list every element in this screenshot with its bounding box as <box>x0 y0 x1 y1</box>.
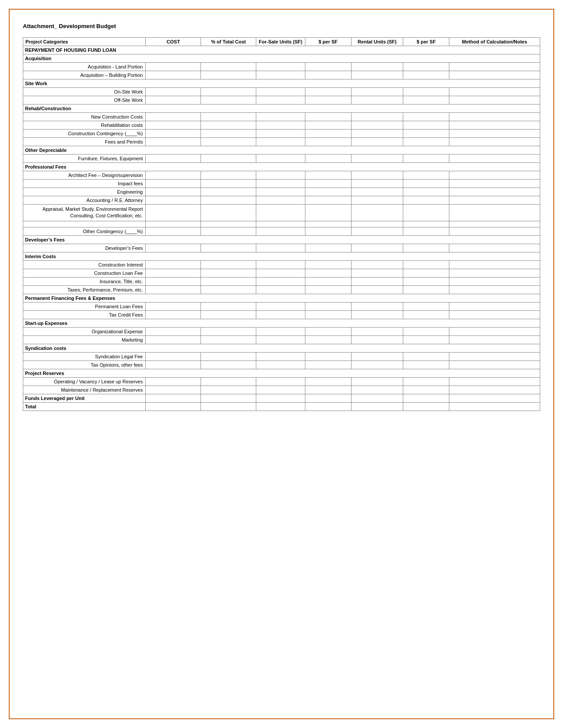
row-label: Furniture, Fixtures, Equipment <box>23 155 146 163</box>
table-cell <box>256 394 305 402</box>
table-cell <box>146 63 201 71</box>
table-cell <box>305 386 351 394</box>
table-cell <box>201 180 256 188</box>
table-cell <box>305 88 351 96</box>
table-cell <box>146 394 201 402</box>
table-cell <box>256 386 305 394</box>
table-cell <box>403 88 449 96</box>
section-header: Permanent Financing Fees & Expenses <box>23 294 540 302</box>
table-cell <box>256 310 305 319</box>
table-cell <box>449 121 540 130</box>
table-cell <box>449 196 540 205</box>
table-cell <box>146 386 201 394</box>
table-cell <box>256 227 305 235</box>
table-cell <box>403 71 449 79</box>
table-cell <box>256 130 305 138</box>
table-cell <box>351 310 403 319</box>
section-header: Site Work <box>23 79 540 88</box>
table-cell <box>305 327 351 335</box>
table-cell <box>449 360 540 369</box>
table-cell <box>305 402 351 411</box>
table-cell <box>305 113 351 121</box>
section-header: Rehab/Construction <box>23 105 540 113</box>
table-cell <box>449 352 540 360</box>
section-header: Developer’s Fees <box>23 235 540 244</box>
table-cell <box>449 113 540 121</box>
row-label: Developer’s Fees <box>23 244 146 252</box>
header-rental-units: Rental Units (SF) <box>351 38 403 46</box>
table-cell <box>403 386 449 394</box>
table-cell <box>351 88 403 96</box>
table-cell <box>146 260 201 269</box>
table-cell <box>146 121 201 130</box>
table-cell <box>305 377 351 386</box>
table-cell <box>201 402 256 411</box>
table-cell <box>256 138 305 146</box>
table-cell <box>403 130 449 138</box>
row-label: Other Contingency (____%) <box>23 227 146 235</box>
table-cell <box>201 96 256 105</box>
table-cell <box>146 130 201 138</box>
table-cell <box>403 227 449 235</box>
table-cell <box>146 113 201 121</box>
table-cell <box>351 402 403 411</box>
table-cell <box>449 335 540 344</box>
header-project-categories: Project Categories <box>23 38 146 46</box>
header-pct-total-cost: % of Total Cost <box>201 38 256 46</box>
row-label: Construction Loan Fee <box>23 269 146 277</box>
table-cell <box>403 335 449 344</box>
table-cell <box>146 277 201 285</box>
table-cell <box>403 269 449 277</box>
table-cell <box>449 171 540 180</box>
table-cell <box>305 188 351 196</box>
row-label: Fees and Permits <box>23 138 146 146</box>
section-header: Other Depreciable <box>23 146 540 155</box>
row-label: Engineering <box>23 188 146 196</box>
empty-cell <box>403 221 449 227</box>
table-cell <box>403 63 449 71</box>
section-header: Acquisition <box>23 54 540 63</box>
header-per-sf-1: $ per SF <box>305 38 351 46</box>
table-cell <box>449 205 540 221</box>
table-cell <box>201 269 256 277</box>
row-label: Accounting / R.E. Attorney <box>23 196 146 205</box>
table-cell <box>403 310 449 319</box>
table-cell <box>351 130 403 138</box>
empty-cell <box>146 221 201 227</box>
table-cell <box>146 205 201 221</box>
page: Attachment_ Development Budget Project C… <box>9 9 554 719</box>
empty-cell <box>201 221 256 227</box>
table-cell <box>449 260 540 269</box>
table-cell <box>201 260 256 269</box>
table-cell <box>403 285 449 294</box>
table-cell <box>403 96 449 105</box>
section-header: REPAYMENT OF HOUSING FUND LOAN <box>23 46 540 54</box>
table-cell <box>403 277 449 285</box>
table-cell <box>351 121 403 130</box>
row-label: Acquisition – Building Portion <box>23 71 146 79</box>
table-cell <box>449 71 540 79</box>
table-cell <box>449 88 540 96</box>
section-header: Syndication costs <box>23 344 540 352</box>
row-label: Insurance, Title, etc. <box>23 277 146 285</box>
table-cell <box>351 302 403 310</box>
table-cell <box>351 269 403 277</box>
row-label: Impact fees <box>23 180 146 188</box>
row-label: On-Site Work <box>23 88 146 96</box>
table-cell <box>201 310 256 319</box>
table-cell <box>449 377 540 386</box>
table-cell <box>449 155 540 163</box>
table-cell <box>256 269 305 277</box>
table-cell <box>351 360 403 369</box>
table-cell <box>256 352 305 360</box>
header-method: Method of Calculation/Notes <box>449 38 540 46</box>
table-cell <box>201 71 256 79</box>
section-header: Start-up Expenses <box>23 319 540 327</box>
table-cell <box>305 71 351 79</box>
table-cell <box>146 88 201 96</box>
table-cell <box>449 302 540 310</box>
table-cell <box>351 335 403 344</box>
row-label: Syndication Legal Fee <box>23 352 146 360</box>
table-cell <box>201 394 256 402</box>
table-cell <box>256 277 305 285</box>
